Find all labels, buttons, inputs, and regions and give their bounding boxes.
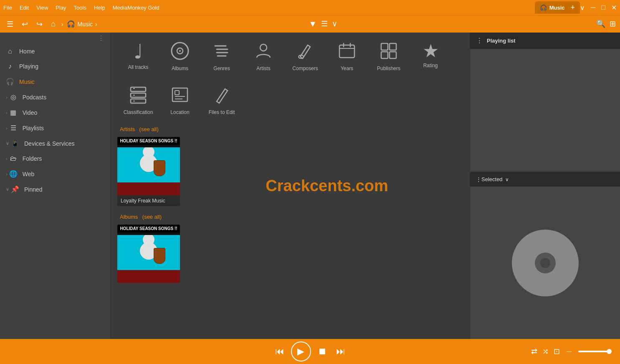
location-cell[interactable]: Location	[159, 81, 201, 120]
album-card-0[interactable]: HOLIDAY SEASON SONGS !!	[117, 225, 180, 283]
home-button[interactable]: ⌂	[48, 18, 58, 30]
artist-card-image-0: HOLIDAY SEASON SONGS !!	[117, 137, 180, 195]
album-card-image-0: HOLIDAY SEASON SONGS !!	[117, 225, 180, 283]
volume-thumb[interactable]	[607, 349, 612, 354]
web-arrow: ›	[6, 172, 8, 177]
sidebar-item-playing[interactable]: ♪ Playing	[0, 59, 110, 74]
breadcrumb-music-label: Music	[78, 21, 93, 28]
albums-see-all[interactable]: (see all)	[142, 214, 162, 220]
disc-area	[470, 187, 620, 339]
shuffle-button[interactable]: ⤮	[542, 347, 549, 356]
selected-dots[interactable]: ⋮	[476, 176, 481, 182]
volume-slider[interactable]	[578, 351, 612, 352]
albums-section-heading: Albums (see all)	[117, 213, 463, 220]
albums-cell[interactable]: Albums	[159, 37, 201, 76]
menu-file[interactable]: File	[3, 5, 12, 11]
menu-items: File Edit View Play Tools Help MediaMonk…	[3, 5, 531, 11]
composers-cell[interactable]: Composers	[284, 37, 326, 76]
years-icon	[338, 42, 356, 63]
sidebar-item-video[interactable]: › ▦ Video	[0, 105, 110, 120]
main-content: ♩ All tracks Albums Genres Artists	[111, 33, 470, 339]
svg-point-2	[179, 50, 181, 52]
publishers-cell[interactable]: Publishers	[368, 37, 410, 76]
svg-rect-24	[175, 91, 179, 95]
sidebar-item-folders[interactable]: › 🗁 Folders	[0, 151, 110, 166]
all-tracks-icon: ♩	[134, 42, 143, 62]
sidebar-more-button[interactable]: ⋮	[98, 34, 104, 42]
undo-button[interactable]: ↩	[19, 18, 30, 30]
genres-cell[interactable]: Genres	[201, 37, 243, 76]
sidebar-item-web[interactable]: › 🌐 Web	[0, 166, 110, 182]
sidebar-toggle-button[interactable]: ☰	[4, 18, 16, 30]
rating-label: Rating	[423, 63, 438, 68]
next-button[interactable]: ⏭	[334, 344, 348, 359]
menu-mediamonkey[interactable]: MediaMonkey Gold	[113, 5, 159, 11]
svg-rect-19	[131, 99, 146, 103]
close-btn[interactable]: ✕	[611, 4, 617, 12]
playing-list-dots[interactable]: ⋮	[476, 37, 483, 45]
album-card-title-0: HOLIDAY SEASON SONGS !!	[117, 225, 180, 233]
sidebar-item-podcasts-label: Podcasts	[23, 94, 47, 101]
view-list-button[interactable]: ☰	[321, 19, 328, 29]
sidebar-item-playlists[interactable]: › ☰ Playlists	[0, 120, 110, 136]
files-to-edit-icon	[213, 86, 231, 107]
artist-card-0[interactable]: HOLIDAY SEASON SONGS !! Loyalty Freak Mu…	[117, 137, 180, 206]
menu-view[interactable]: View	[36, 5, 48, 11]
menu-play[interactable]: Play	[56, 5, 66, 11]
web-icon: 🌐	[9, 170, 18, 178]
search-button[interactable]: 🔍	[596, 19, 605, 29]
sidebar-item-folders-label: Folders	[23, 155, 42, 162]
play-button[interactable]: ▶	[291, 341, 311, 361]
podcasts-arrow: ›	[6, 95, 8, 100]
sidebar-item-pinned-label: Pinned	[24, 186, 43, 193]
artists-see-all[interactable]: (see all)	[139, 126, 159, 132]
folders-arrow: ›	[6, 156, 8, 161]
sidebar-item-home[interactable]: ⌂ Home	[0, 44, 110, 59]
menu-edit[interactable]: Edit	[20, 5, 29, 11]
cast-button[interactable]: ⊡	[554, 347, 560, 356]
files-to-edit-cell[interactable]: Files to Edit	[201, 81, 243, 120]
classification-cell[interactable]: Classification	[117, 81, 159, 120]
add-tab-button[interactable]: +	[570, 3, 575, 12]
pinned-icon: 📌	[11, 185, 19, 193]
artists-label: Artists	[120, 126, 135, 132]
repeat-button[interactable]: ⇄	[531, 347, 537, 356]
genres-icon	[213, 42, 231, 63]
stop-button[interactable]: ⏹	[315, 344, 329, 359]
years-cell[interactable]: Years	[326, 37, 368, 76]
all-tracks-cell[interactable]: ♩ All tracks	[117, 37, 159, 76]
menu-help[interactable]: Help	[94, 5, 105, 11]
sidebar-item-playing-label: Playing	[19, 63, 38, 70]
artist-card-title-0: HOLIDAY SEASON SONGS !!	[117, 137, 180, 145]
main-layout: ⋮ ⌂ Home ♪ Playing 🎧 Music › ◎ Podcasts …	[0, 33, 620, 339]
rating-cell[interactable]: ★ Rating	[410, 37, 451, 76]
sidebar-item-podcasts[interactable]: › ◎ Podcasts	[0, 89, 110, 105]
sidebar-item-music[interactable]: 🎧 Music	[0, 74, 110, 89]
sidebar-item-pinned[interactable]: ∨ 📌 Pinned	[0, 182, 110, 197]
artists-cell[interactable]: Artists	[243, 37, 284, 76]
years-label: Years	[341, 66, 353, 71]
view-options-button[interactable]: ∨	[332, 19, 337, 29]
sidebar-item-devices[interactable]: ∨ 📱 Devices & Services	[0, 136, 110, 151]
menu-tools[interactable]: Tools	[74, 5, 86, 11]
maximize-btn[interactable]: □	[601, 4, 605, 11]
sidebar-item-playlists-label: Playlists	[23, 125, 44, 131]
title-bar: File Edit View Play Tools Help MediaMonk…	[0, 0, 620, 15]
selected-section: ⋮ Selected ∨	[470, 172, 620, 339]
artists-section-heading: Artists (see all)	[117, 125, 463, 133]
minimize-btn[interactable]: ─	[591, 4, 595, 11]
sidebar-item-home-label: Home	[19, 48, 35, 55]
sidebar: ⋮ ⌂ Home ♪ Playing 🎧 Music › ◎ Podcasts …	[0, 33, 111, 339]
filter-button[interactable]: ▼	[309, 19, 317, 29]
active-tab[interactable]: 🎧 Music +	[535, 1, 580, 14]
redo-button[interactable]: ↪	[34, 18, 45, 30]
prev-button[interactable]: ⏮	[273, 344, 287, 359]
svg-rect-18	[131, 93, 146, 97]
selected-chevron[interactable]: ∨	[505, 177, 509, 182]
selected-label: Selected	[481, 176, 503, 182]
grid-view-button[interactable]: ⊞	[610, 19, 616, 29]
disc-center	[540, 258, 550, 268]
breadcrumb-music-icon: 🎧	[67, 20, 75, 28]
svg-rect-14	[390, 43, 396, 50]
minimize-tab-btn[interactable]: ∨	[580, 4, 585, 12]
